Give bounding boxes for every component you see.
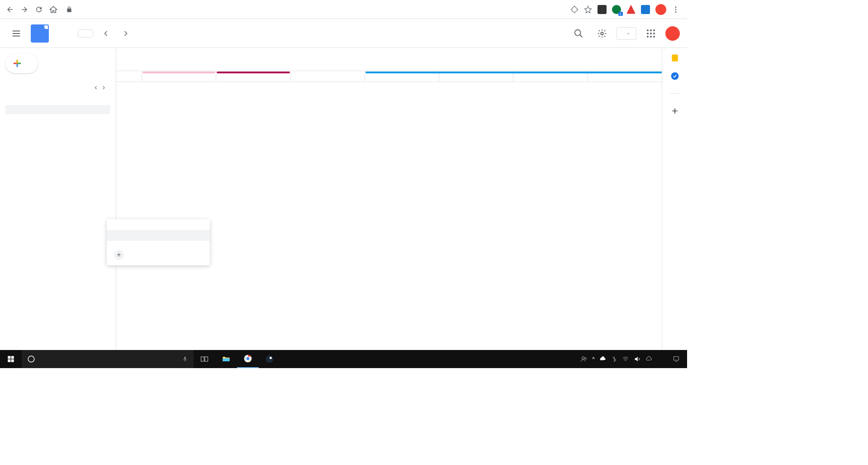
tray-chevron-icon[interactable]: ^ <box>592 356 595 362</box>
svg-point-19 <box>270 357 272 359</box>
calendar-logo-icon <box>31 24 49 43</box>
keep-icon[interactable] <box>670 53 679 62</box>
svg-point-0 <box>675 6 677 8</box>
svg-rect-10 <box>11 360 14 362</box>
extension-icon[interactable]: 1 <box>612 5 621 14</box>
volume-icon[interactable] <box>634 355 641 363</box>
today-button[interactable] <box>78 29 93 38</box>
taskbar-search[interactable] <box>22 350 194 368</box>
svg-rect-14 <box>205 357 208 361</box>
steam-button[interactable] <box>259 350 280 368</box>
star-icon[interactable] <box>584 5 592 14</box>
add-calendar-button[interactable] <box>5 105 110 114</box>
account-avatar[interactable] <box>665 26 680 41</box>
file-explorer-button[interactable] <box>215 350 237 368</box>
cloud-sync-icon[interactable] <box>645 355 653 363</box>
timezone-label <box>116 48 142 71</box>
allday-event-multi[interactable] <box>365 72 662 73</box>
onedrive-icon[interactable] <box>599 355 607 363</box>
svg-point-18 <box>266 355 274 363</box>
diamond-icon[interactable] <box>570 5 579 14</box>
address-bar[interactable] <box>62 6 569 13</box>
reload-button[interactable] <box>33 3 45 16</box>
settings-button[interactable] <box>593 24 611 43</box>
side-panel <box>662 48 687 350</box>
svg-rect-12 <box>184 357 186 360</box>
google-apps-button[interactable] <box>642 24 660 43</box>
system-tray[interactable]: ^ <box>577 355 656 363</box>
menu-icon[interactable] <box>672 5 680 14</box>
svg-rect-8 <box>11 356 14 359</box>
svg-point-20 <box>582 357 584 359</box>
svg-point-2 <box>675 11 677 12</box>
mic-icon[interactable] <box>182 356 188 362</box>
task-view-button[interactable] <box>194 350 215 368</box>
calendar-grid <box>116 48 662 350</box>
allday-event[interactable] <box>142 72 215 73</box>
app-header <box>0 19 687 48</box>
tasks-icon[interactable] <box>670 72 679 81</box>
next-week-button[interactable] <box>119 26 133 41</box>
add-custom-color[interactable]: + <box>114 250 124 260</box>
svg-point-3 <box>575 29 581 35</box>
mini-calendar: ‹ › <box>5 82 116 96</box>
bluetooth-icon[interactable] <box>611 355 617 363</box>
plus-icon <box>12 58 23 69</box>
svg-point-1 <box>675 9 677 10</box>
chrome-button[interactable] <box>237 350 259 368</box>
add-addon-icon[interactable] <box>670 106 679 115</box>
svg-rect-7 <box>8 356 10 359</box>
lock-icon <box>66 6 72 13</box>
svg-rect-13 <box>201 357 204 361</box>
windows-taskbar: ^ <box>0 350 687 368</box>
cortana-icon <box>27 355 35 363</box>
svg-point-11 <box>28 356 34 362</box>
extension-icon[interactable] <box>598 5 607 14</box>
main-menu-button[interactable] <box>7 24 25 43</box>
start-button[interactable] <box>0 350 22 368</box>
svg-point-21 <box>585 358 587 360</box>
svg-rect-15 <box>223 358 230 361</box>
ctx-settings-sharing[interactable] <box>107 230 210 241</box>
extensions-area: 1 <box>570 4 683 15</box>
allday-event[interactable] <box>217 72 289 73</box>
profile-avatar[interactable] <box>655 4 666 15</box>
ctx-display-only[interactable] <box>107 219 210 230</box>
mini-prev-button[interactable]: ‹ <box>93 82 99 92</box>
extension-icon[interactable] <box>626 5 636 14</box>
chevron-down-icon <box>626 31 631 36</box>
calendar-context-menu: + <box>107 219 210 265</box>
people-icon[interactable] <box>580 355 588 363</box>
svg-point-6 <box>671 72 678 80</box>
forward-button[interactable] <box>18 3 31 16</box>
svg-rect-5 <box>672 55 678 62</box>
back-button[interactable] <box>4 3 16 16</box>
notifications-button[interactable] <box>665 350 687 368</box>
browser-toolbar: 1 <box>0 0 687 19</box>
prev-week-button[interactable] <box>99 26 113 41</box>
wifi-icon[interactable] <box>622 355 629 363</box>
extension-icon[interactable] <box>641 5 650 14</box>
create-button[interactable] <box>5 53 38 73</box>
svg-rect-9 <box>8 360 10 362</box>
sidebar: ‹ › <box>0 48 116 350</box>
svg-rect-22 <box>674 357 679 360</box>
svg-point-17 <box>247 357 250 360</box>
svg-point-4 <box>601 32 603 35</box>
search-button[interactable] <box>569 24 588 43</box>
view-selector[interactable] <box>617 27 636 40</box>
home-button[interactable] <box>47 3 60 16</box>
mini-next-button[interactable]: › <box>101 82 107 92</box>
